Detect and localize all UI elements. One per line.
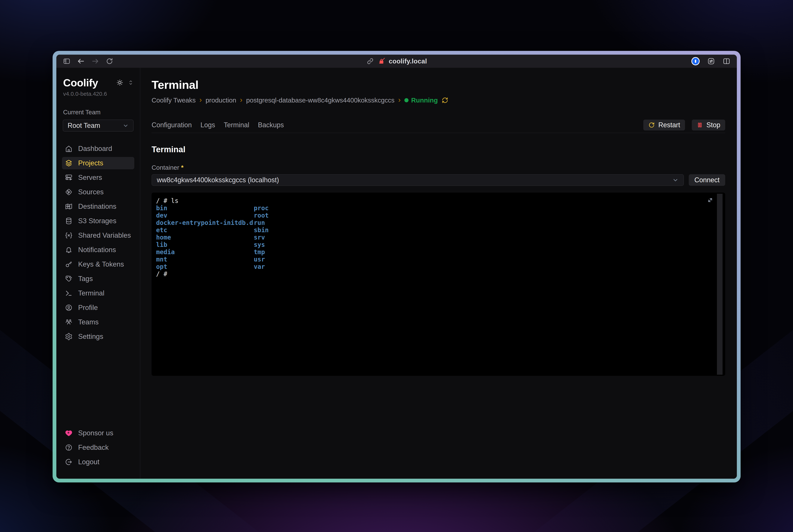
sidebar-item-dashboard[interactable]: Dashboard — [62, 142, 134, 155]
browser-window-frame: coolify.local Coolify — [53, 51, 741, 482]
back-icon[interactable] — [77, 57, 85, 65]
terminal-command-line: / # ls — [156, 197, 708, 205]
terminal-output[interactable]: / # ls binproc devroot docker-entrypoint… — [152, 193, 725, 376]
braces-x-icon — [64, 231, 73, 240]
breadcrumb-environment[interactable]: production — [205, 96, 236, 104]
onepassword-icon[interactable] — [691, 57, 700, 65]
sidebar-item-terminal[interactable]: Terminal — [62, 287, 134, 299]
breadcrumb-resource[interactable]: postgresql-database-ww8c4gkws4400koksskc… — [246, 96, 394, 104]
sidebar-item-keys-tokens[interactable]: Keys & Tokens — [62, 258, 134, 270]
address-bar[interactable]: coolify.local — [142, 57, 651, 65]
terminal-dir: bin — [156, 205, 254, 212]
reload-icon[interactable] — [106, 57, 113, 65]
theme-toggle-sun-icon[interactable] — [116, 79, 124, 86]
expand-icon[interactable] — [706, 196, 714, 204]
server-icon — [64, 173, 73, 182]
terminal-dir: home — [156, 234, 254, 241]
required-asterisk: * — [181, 164, 184, 171]
main-content: Terminal Coolify Tweaks › production › p… — [140, 68, 737, 479]
sidebar-toggle-icon[interactable] — [63, 57, 71, 65]
status-text: Running — [411, 96, 438, 104]
restart-icon — [648, 122, 655, 128]
breadcrumb-separator: › — [240, 96, 242, 104]
container-field-label: Container * — [152, 164, 725, 171]
user-icon — [64, 304, 73, 312]
app-version: v4.0.0-beta.420.6 — [63, 91, 133, 97]
extensions-icon[interactable] — [707, 57, 715, 65]
terminal-dir: var — [254, 263, 265, 270]
sidebar-item-sponsor-us[interactable]: Sponsor us — [62, 427, 134, 439]
theme-mode-chevrons-icon[interactable] — [128, 80, 133, 86]
terminal-scrollbar[interactable] — [717, 194, 723, 375]
sidebar-item-servers[interactable]: Servers — [62, 171, 134, 184]
breadcrumb: Coolify Tweaks › production › postgresql… — [152, 96, 725, 104]
forward-icon[interactable] — [91, 57, 99, 65]
layers-icon — [64, 159, 73, 167]
page-title: Terminal — [152, 78, 725, 91]
sidebar-item-sources[interactable]: Sources — [62, 186, 134, 198]
sidebar-item-notifications[interactable]: Notifications — [62, 244, 134, 256]
resource-nav-row: Configuration Logs Terminal Backups Rest… — [152, 119, 725, 133]
sidebar-footer: Sponsor us Feedback Logout — [62, 427, 134, 468]
sidebar-item-projects[interactable]: Projects — [62, 157, 134, 169]
browser-window: coolify.local Coolify — [56, 55, 737, 479]
status-badge: Running — [404, 96, 438, 104]
terminal-dir: root — [254, 212, 269, 219]
container-select[interactable]: ww8c4gkws4400koksskcgccs (localhost) — [152, 174, 684, 186]
status-refresh-icon[interactable] — [442, 97, 448, 103]
gear-icon — [64, 332, 73, 341]
restart-button[interactable]: Restart — [643, 119, 685, 131]
tab-terminal[interactable]: Terminal — [224, 119, 249, 131]
database-icon — [64, 217, 73, 225]
terminal-dir: usr — [254, 256, 265, 263]
team-select[interactable]: Root Team — [63, 119, 133, 132]
map-icon — [64, 202, 73, 211]
tab-backups[interactable]: Backups — [258, 119, 284, 131]
sidebar-item-logout[interactable]: Logout — [62, 456, 134, 468]
terminal-dir: lib — [156, 241, 254, 248]
stop-icon — [697, 122, 703, 128]
tab-logs[interactable]: Logs — [200, 119, 215, 131]
link-icon — [366, 57, 374, 65]
terminal-dir: sys — [254, 241, 265, 248]
users-icon — [64, 318, 73, 326]
terminal-dir: run — [254, 219, 265, 226]
git-branch-icon — [64, 188, 73, 196]
sidebar-item-tags[interactable]: Tags — [62, 272, 134, 285]
sidebar-item-profile[interactable]: Profile — [62, 302, 134, 314]
url-text: coolify.local — [389, 57, 427, 65]
sidebar-item-teams[interactable]: Teams — [62, 316, 134, 328]
browser-toolbar: coolify.local — [56, 55, 737, 68]
breadcrumb-project[interactable]: Coolify Tweaks — [152, 96, 196, 104]
stop-button[interactable]: Stop — [692, 119, 725, 131]
terminal-dir: sbin — [254, 226, 269, 234]
connect-button[interactable]: Connect — [689, 174, 725, 186]
sidebar-item-s3-storages[interactable]: S3 Storages — [62, 215, 134, 227]
tag-icon — [64, 274, 73, 283]
sidebar-item-shared-variables[interactable]: Shared Variables — [62, 229, 134, 242]
resource-tabs: Configuration Logs Terminal Backups — [152, 119, 284, 131]
sidebar-item-destinations[interactable]: Destinations — [62, 200, 134, 213]
heart-hands-icon — [64, 429, 73, 437]
key-icon — [64, 260, 73, 268]
app-root: Coolify v4.0.0-beta.420.6 Current Team R… — [56, 68, 737, 479]
terminal-dir: mnt — [156, 256, 254, 263]
terminal-dir: proc — [254, 205, 269, 212]
split-view-icon[interactable] — [723, 57, 731, 65]
terminal-icon — [64, 289, 73, 297]
chevron-down-icon — [123, 122, 129, 129]
bell-icon — [64, 246, 73, 254]
sidebar-item-settings[interactable]: Settings — [62, 330, 134, 343]
terminal-dir: tmp — [254, 248, 265, 256]
terminal-dir: etc — [156, 226, 254, 234]
breadcrumb-separator: › — [398, 96, 401, 104]
terminal-dir: opt — [156, 263, 254, 270]
sidebar: Coolify v4.0.0-beta.420.6 Current Team R… — [56, 68, 140, 479]
terminal-dir: docker-entrypoint-initdb.d — [156, 219, 254, 226]
sidebar-item-feedback[interactable]: Feedback — [62, 441, 134, 454]
tab-configuration[interactable]: Configuration — [152, 119, 192, 131]
status-dot — [404, 98, 408, 102]
terminal-dir: srv — [254, 234, 265, 241]
terminal-dir: dev — [156, 212, 254, 219]
app-logo: Coolify — [63, 78, 98, 88]
